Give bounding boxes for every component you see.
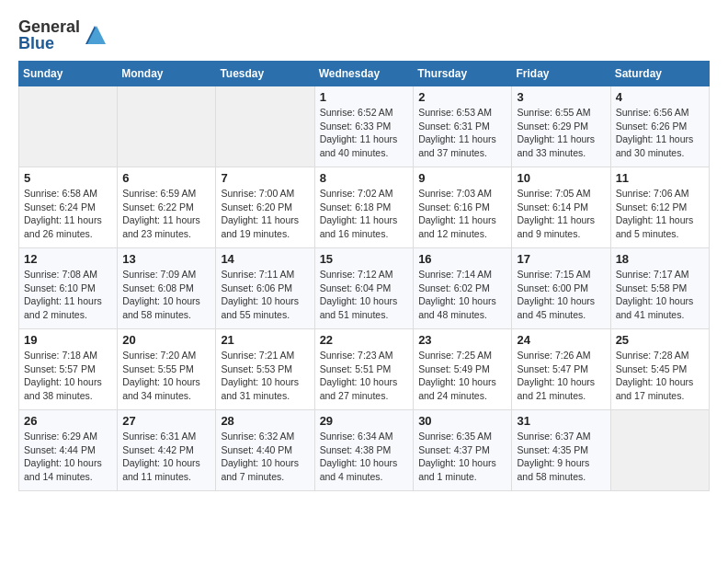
day-cell: 15Sunrise: 7:12 AM Sunset: 6:04 PM Dayli… [314, 248, 414, 329]
day-info: Sunrise: 6:37 AM Sunset: 4:35 PM Dayligh… [517, 430, 605, 484]
day-number: 5 [24, 171, 112, 185]
day-info: Sunrise: 6:53 AM Sunset: 6:31 PM Dayligh… [418, 106, 506, 160]
day-info: Sunrise: 7:17 AM Sunset: 5:58 PM Dayligh… [616, 268, 704, 322]
col-header-sunday: Sunday [19, 62, 118, 86]
day-number: 19 [24, 333, 112, 347]
logo-text: General Blue [18, 18, 80, 52]
col-header-tuesday: Tuesday [216, 62, 314, 86]
day-number: 30 [418, 414, 506, 428]
day-cell: 14Sunrise: 7:11 AM Sunset: 6:06 PM Dayli… [216, 248, 314, 329]
day-number: 16 [418, 252, 506, 266]
day-number: 17 [517, 252, 605, 266]
day-info: Sunrise: 7:06 AM Sunset: 6:12 PM Dayligh… [616, 187, 704, 241]
calendar-header-row: SundayMondayTuesdayWednesdayThursdayFrid… [19, 62, 710, 86]
day-number: 9 [418, 171, 506, 185]
day-cell: 20Sunrise: 7:20 AM Sunset: 5:55 PM Dayli… [118, 329, 216, 410]
day-number: 22 [320, 333, 409, 347]
day-info: Sunrise: 7:21 AM Sunset: 5:53 PM Dayligh… [221, 349, 309, 403]
day-number: 11 [616, 171, 704, 185]
day-cell: 2Sunrise: 6:53 AM Sunset: 6:31 PM Daylig… [414, 86, 512, 167]
day-cell: 19Sunrise: 7:18 AM Sunset: 5:57 PM Dayli… [19, 329, 118, 410]
day-info: Sunrise: 6:31 AM Sunset: 4:42 PM Dayligh… [122, 430, 210, 484]
day-number: 25 [616, 333, 704, 347]
logo-blue-text: Blue [18, 35, 80, 52]
week-row-2: 5Sunrise: 6:58 AM Sunset: 6:24 PM Daylig… [19, 167, 710, 248]
day-cell: 29Sunrise: 6:34 AM Sunset: 4:38 PM Dayli… [314, 410, 414, 491]
col-header-thursday: Thursday [414, 62, 512, 86]
day-number: 18 [616, 252, 704, 266]
day-cell: 18Sunrise: 7:17 AM Sunset: 5:58 PM Dayli… [610, 248, 709, 329]
day-cell: 4Sunrise: 6:56 AM Sunset: 6:26 PM Daylig… [610, 86, 709, 167]
col-header-saturday: Saturday [610, 62, 709, 86]
day-cell: 23Sunrise: 7:25 AM Sunset: 5:49 PM Dayli… [414, 329, 512, 410]
day-info: Sunrise: 7:26 AM Sunset: 5:47 PM Dayligh… [517, 349, 605, 403]
day-info: Sunrise: 6:35 AM Sunset: 4:37 PM Dayligh… [418, 430, 506, 484]
week-row-3: 12Sunrise: 7:08 AM Sunset: 6:10 PM Dayli… [19, 248, 710, 329]
day-cell: 1Sunrise: 6:52 AM Sunset: 6:33 PM Daylig… [314, 86, 414, 167]
day-cell: 16Sunrise: 7:14 AM Sunset: 6:02 PM Dayli… [414, 248, 512, 329]
day-number: 14 [221, 252, 309, 266]
day-number: 1 [320, 90, 409, 104]
day-cell: 26Sunrise: 6:29 AM Sunset: 4:44 PM Dayli… [19, 410, 118, 491]
day-number: 28 [221, 414, 309, 428]
day-cell: 5Sunrise: 6:58 AM Sunset: 6:24 PM Daylig… [19, 167, 118, 248]
day-number: 10 [517, 171, 605, 185]
day-info: Sunrise: 6:29 AM Sunset: 4:44 PM Dayligh… [24, 430, 112, 484]
day-info: Sunrise: 6:34 AM Sunset: 4:38 PM Dayligh… [320, 430, 409, 484]
day-number: 24 [517, 333, 605, 347]
day-info: Sunrise: 7:12 AM Sunset: 6:04 PM Dayligh… [320, 268, 409, 322]
day-cell: 9Sunrise: 7:03 AM Sunset: 6:16 PM Daylig… [414, 167, 512, 248]
day-number: 23 [418, 333, 506, 347]
day-cell: 27Sunrise: 6:31 AM Sunset: 4:42 PM Dayli… [118, 410, 216, 491]
page-header: General Blue [18, 18, 710, 52]
day-number: 12 [24, 252, 112, 266]
day-number: 15 [320, 252, 409, 266]
day-info: Sunrise: 7:20 AM Sunset: 5:55 PM Dayligh… [122, 349, 210, 403]
day-info: Sunrise: 7:08 AM Sunset: 6:10 PM Dayligh… [24, 268, 112, 322]
day-number: 3 [517, 90, 605, 104]
day-cell: 21Sunrise: 7:21 AM Sunset: 5:53 PM Dayli… [216, 329, 314, 410]
day-info: Sunrise: 7:15 AM Sunset: 6:00 PM Dayligh… [517, 268, 605, 322]
day-number: 27 [122, 414, 210, 428]
day-cell [19, 86, 118, 167]
day-number: 21 [221, 333, 309, 347]
day-info: Sunrise: 7:03 AM Sunset: 6:16 PM Dayligh… [418, 187, 506, 241]
col-header-monday: Monday [118, 62, 216, 86]
day-info: Sunrise: 7:25 AM Sunset: 5:49 PM Dayligh… [418, 349, 506, 403]
col-header-friday: Friday [512, 62, 610, 86]
day-number: 2 [418, 90, 506, 104]
day-cell: 30Sunrise: 6:35 AM Sunset: 4:37 PM Dayli… [414, 410, 512, 491]
day-cell: 3Sunrise: 6:55 AM Sunset: 6:29 PM Daylig… [512, 86, 610, 167]
week-row-1: 1Sunrise: 6:52 AM Sunset: 6:33 PM Daylig… [19, 86, 710, 167]
logo: General Blue [18, 18, 108, 52]
day-info: Sunrise: 6:58 AM Sunset: 6:24 PM Dayligh… [24, 187, 112, 241]
day-info: Sunrise: 7:05 AM Sunset: 6:14 PM Dayligh… [517, 187, 605, 241]
day-info: Sunrise: 7:11 AM Sunset: 6:06 PM Dayligh… [221, 268, 309, 322]
day-info: Sunrise: 6:32 AM Sunset: 4:40 PM Dayligh… [221, 430, 309, 484]
day-cell: 10Sunrise: 7:05 AM Sunset: 6:14 PM Dayli… [512, 167, 610, 248]
day-cell: 8Sunrise: 7:02 AM Sunset: 6:18 PM Daylig… [314, 167, 414, 248]
day-number: 20 [122, 333, 210, 347]
day-cell [610, 410, 709, 491]
day-info: Sunrise: 7:00 AM Sunset: 6:20 PM Dayligh… [221, 187, 309, 241]
day-cell: 12Sunrise: 7:08 AM Sunset: 6:10 PM Dayli… [19, 248, 118, 329]
day-info: Sunrise: 7:18 AM Sunset: 5:57 PM Dayligh… [24, 349, 112, 403]
day-cell: 31Sunrise: 6:37 AM Sunset: 4:35 PM Dayli… [512, 410, 610, 491]
week-row-5: 26Sunrise: 6:29 AM Sunset: 4:44 PM Dayli… [19, 410, 710, 491]
day-info: Sunrise: 6:56 AM Sunset: 6:26 PM Dayligh… [616, 106, 704, 160]
day-number: 7 [221, 171, 309, 185]
day-info: Sunrise: 7:14 AM Sunset: 6:02 PM Dayligh… [418, 268, 506, 322]
calendar-table: SundayMondayTuesdayWednesdayThursdayFrid… [18, 61, 710, 491]
day-cell: 24Sunrise: 7:26 AM Sunset: 5:47 PM Dayli… [512, 329, 610, 410]
day-cell: 11Sunrise: 7:06 AM Sunset: 6:12 PM Dayli… [610, 167, 709, 248]
day-info: Sunrise: 6:55 AM Sunset: 6:29 PM Dayligh… [517, 106, 605, 160]
day-info: Sunrise: 7:23 AM Sunset: 5:51 PM Dayligh… [320, 349, 409, 403]
day-info: Sunrise: 6:52 AM Sunset: 6:33 PM Dayligh… [320, 106, 409, 160]
day-cell: 28Sunrise: 6:32 AM Sunset: 4:40 PM Dayli… [216, 410, 314, 491]
day-number: 13 [122, 252, 210, 266]
day-cell [216, 86, 314, 167]
day-info: Sunrise: 7:09 AM Sunset: 6:08 PM Dayligh… [122, 268, 210, 322]
week-row-4: 19Sunrise: 7:18 AM Sunset: 5:57 PM Dayli… [19, 329, 710, 410]
day-cell: 22Sunrise: 7:23 AM Sunset: 5:51 PM Dayli… [314, 329, 414, 410]
col-header-wednesday: Wednesday [314, 62, 414, 86]
